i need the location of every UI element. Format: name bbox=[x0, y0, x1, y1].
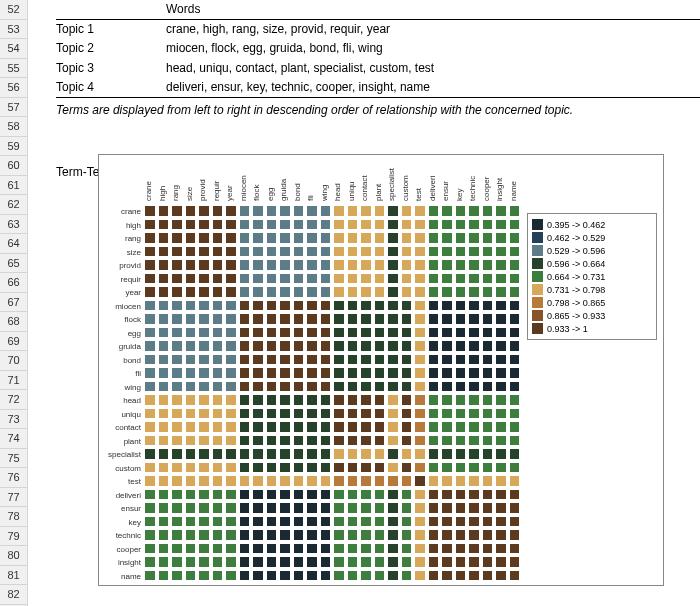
heatmap-cell bbox=[252, 313, 264, 325]
heatmap-cell bbox=[468, 340, 480, 352]
heatmap-cell bbox=[212, 556, 224, 568]
heatmap-cell bbox=[455, 543, 467, 555]
heatmap-cell bbox=[333, 448, 345, 460]
heatmap-cell bbox=[279, 313, 291, 325]
heatmap-cell bbox=[144, 273, 156, 285]
heatmap-cell bbox=[468, 354, 480, 366]
heatmap-cell bbox=[266, 273, 278, 285]
heatmap-cell bbox=[279, 448, 291, 460]
heatmap-cell bbox=[198, 327, 210, 339]
heatmap-cell bbox=[198, 556, 210, 568]
heatmap-cell bbox=[158, 381, 170, 393]
heatmap-cell bbox=[347, 475, 359, 487]
row-header: 56 bbox=[0, 78, 27, 98]
legend-row: 0.395 -> 0.462 bbox=[532, 218, 652, 231]
heatmap-cell bbox=[482, 394, 494, 406]
heatmap-cell bbox=[212, 489, 224, 501]
heatmap-cell bbox=[468, 313, 480, 325]
heatmap-cell bbox=[333, 327, 345, 339]
heatmap-cell bbox=[320, 570, 332, 582]
legend-swatch bbox=[532, 245, 543, 256]
heatmap-cell bbox=[279, 502, 291, 514]
y-axis-label: rang bbox=[125, 232, 141, 246]
heatmap-cell bbox=[428, 570, 440, 582]
heatmap-cell bbox=[212, 543, 224, 555]
heatmap-cell bbox=[158, 408, 170, 420]
row-header: 58 bbox=[0, 117, 27, 137]
heatmap-cell bbox=[158, 219, 170, 231]
heatmap-cell bbox=[495, 462, 507, 474]
heatmap-cell bbox=[495, 246, 507, 258]
heatmap-cell bbox=[144, 381, 156, 393]
heatmap-cell bbox=[198, 475, 210, 487]
y-axis-label: bond bbox=[123, 354, 141, 368]
x-axis-label: bond bbox=[293, 183, 302, 201]
heatmap-cell bbox=[333, 300, 345, 312]
row-header: 54 bbox=[0, 39, 27, 59]
heatmap-cell bbox=[158, 543, 170, 555]
heatmap-cell bbox=[414, 381, 426, 393]
heatmap-cell bbox=[374, 408, 386, 420]
heatmap-cell bbox=[414, 489, 426, 501]
heatmap-cell bbox=[293, 313, 305, 325]
heatmap-cell bbox=[198, 543, 210, 555]
row-header: 78 bbox=[0, 507, 27, 527]
heatmap-cell bbox=[509, 286, 521, 298]
heatmap-cell bbox=[266, 219, 278, 231]
heatmap-cell bbox=[158, 367, 170, 379]
heatmap-cell bbox=[306, 205, 318, 217]
heatmap-cell bbox=[360, 246, 372, 258]
heatmap-cell bbox=[482, 246, 494, 258]
heatmap-cell bbox=[293, 448, 305, 460]
heatmap-cell bbox=[144, 219, 156, 231]
heatmap-cell bbox=[374, 435, 386, 447]
heatmap-cell bbox=[428, 502, 440, 514]
heatmap-cell bbox=[333, 313, 345, 325]
heatmap-cell bbox=[509, 502, 521, 514]
heatmap-cell bbox=[468, 462, 480, 474]
heatmap-cell bbox=[212, 205, 224, 217]
heatmap-cell bbox=[347, 381, 359, 393]
y-axis-label: plant bbox=[124, 435, 141, 449]
heatmap-cell bbox=[455, 259, 467, 271]
heatmap-cell bbox=[360, 489, 372, 501]
heatmap-cell bbox=[266, 489, 278, 501]
heatmap-cell bbox=[239, 286, 251, 298]
x-axis-label: requir bbox=[212, 181, 221, 201]
heatmap-cell bbox=[387, 273, 399, 285]
heatmap-cell bbox=[495, 543, 507, 555]
row-header: 82 bbox=[0, 585, 27, 605]
heatmap-cell bbox=[225, 435, 237, 447]
heatmap-cell bbox=[482, 502, 494, 514]
heatmap-cell bbox=[414, 543, 426, 555]
heatmap-cell bbox=[306, 556, 318, 568]
legend-label: 0.731 -> 0.798 bbox=[547, 285, 605, 295]
heatmap-cell bbox=[387, 219, 399, 231]
heatmap-cell bbox=[252, 273, 264, 285]
heatmap-cell bbox=[171, 367, 183, 379]
row-header: 59 bbox=[0, 137, 27, 157]
heatmap-cell bbox=[158, 300, 170, 312]
x-axis-label: plant bbox=[374, 184, 383, 201]
heatmap-cell bbox=[347, 286, 359, 298]
heatmap-cell bbox=[387, 570, 399, 582]
heatmap-cell bbox=[374, 448, 386, 460]
heatmap-cell bbox=[198, 421, 210, 433]
heatmap-cell bbox=[239, 327, 251, 339]
heatmap-cell bbox=[239, 516, 251, 528]
heatmap-cell bbox=[455, 462, 467, 474]
heatmap-cell bbox=[144, 516, 156, 528]
heatmap-cell bbox=[401, 543, 413, 555]
heatmap-cell bbox=[428, 313, 440, 325]
heatmap-cell bbox=[333, 273, 345, 285]
heatmap-cell bbox=[401, 394, 413, 406]
heatmap-cell bbox=[509, 435, 521, 447]
heatmap-cell bbox=[455, 381, 467, 393]
heatmap-cell bbox=[212, 475, 224, 487]
y-axis-label: uniqu bbox=[121, 408, 141, 422]
heatmap-cell bbox=[468, 516, 480, 528]
heatmap-cell bbox=[428, 529, 440, 541]
heatmap-cell bbox=[374, 462, 386, 474]
heatmap-cell bbox=[225, 570, 237, 582]
y-axis-label: year bbox=[125, 286, 141, 300]
